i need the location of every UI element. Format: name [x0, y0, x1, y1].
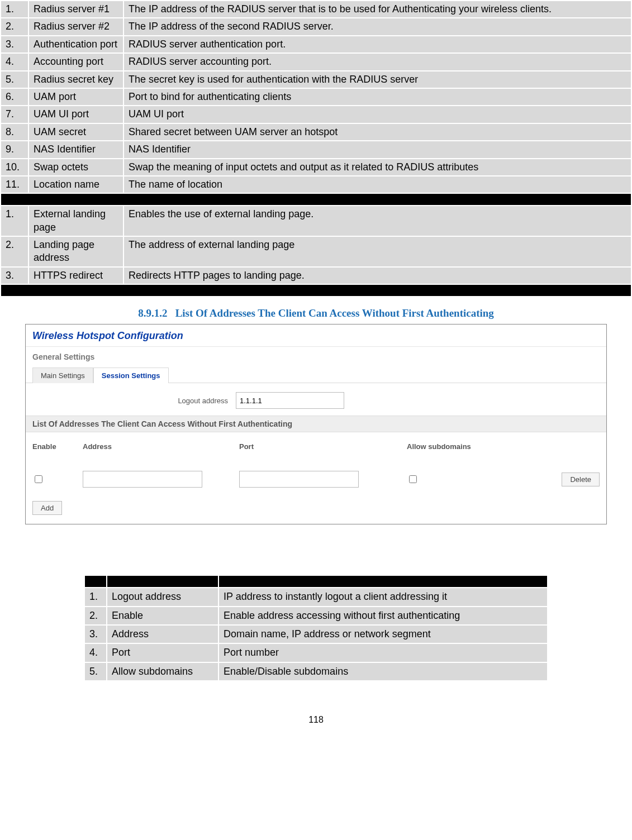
- row-name: UAM port: [28, 88, 123, 106]
- row-name: Allow subdomains: [107, 662, 218, 681]
- row-name: Logout address: [107, 588, 218, 606]
- row-number: 4.: [1, 53, 28, 70]
- row-desc: Port number: [218, 643, 548, 662]
- row-desc: Port to bind for authenticating clients: [123, 88, 631, 106]
- table-row: 2.EnableEnable address accessing without…: [84, 607, 548, 625]
- tab-session-settings[interactable]: Session Settings: [93, 367, 169, 383]
- row-name: Authentication port: [28, 36, 123, 53]
- table-row: 3.Authentication portRADIUS server authe…: [1, 36, 631, 53]
- add-button[interactable]: Add: [32, 501, 62, 515]
- row-name: Accounting port: [28, 53, 123, 70]
- delete-button[interactable]: Delete: [562, 472, 600, 486]
- allow-subdomains-checkbox[interactable]: [409, 475, 417, 483]
- col-header-enable: Enable: [32, 442, 83, 451]
- row-number: 3.: [84, 625, 107, 643]
- tab-main-settings[interactable]: Main Settings: [32, 367, 93, 383]
- table-row: 1.Radius server #1The IP address of the …: [1, 1, 631, 18]
- row-desc: The secret key is used for authenticatio…: [123, 71, 631, 88]
- row-desc: Enable/Disable subdomains: [218, 662, 548, 681]
- logout-address-input[interactable]: [236, 392, 344, 409]
- row-desc: The name of location: [123, 176, 631, 193]
- table1-divider-2: [1, 284, 631, 297]
- row-desc: Domain name, IP address or network segme…: [218, 625, 548, 643]
- panel-title: Wireless Hotspot Configuration: [26, 324, 606, 347]
- section-heading-text: List Of Addresses The Client Can Access …: [175, 307, 494, 319]
- row-number: 3.: [1, 36, 28, 53]
- row-name: Address: [107, 625, 218, 643]
- row-desc: Enables the use of external landing page…: [123, 206, 631, 236]
- row-number: 2.: [1, 18, 28, 35]
- row-number: 5.: [1, 71, 28, 88]
- address-input[interactable]: [83, 471, 202, 488]
- row-desc: The IP address of the second RADIUS serv…: [123, 18, 631, 35]
- table1-divider-1: [1, 193, 631, 206]
- table-row: 7.UAM UI portUAM UI port: [1, 106, 631, 123]
- row-name: Radius server #2: [28, 18, 123, 35]
- page-number: 118: [0, 715, 632, 725]
- table-row: 3.AddressDomain name, IP address or netw…: [84, 625, 548, 643]
- tab-bar: Main Settings Session Settings: [26, 367, 606, 383]
- allowlist-header-row: Enable Address Port Allow subdomains: [26, 432, 606, 461]
- table-row: 6.UAM portPort to bind for authenticatin…: [1, 88, 631, 106]
- col-header-port: Port: [239, 442, 407, 451]
- row-number: 1.: [1, 1, 28, 18]
- row-number: 2.: [1, 236, 28, 267]
- row-name: NAS Identifier: [28, 141, 123, 158]
- table-row: 1.External landing pageEnables the use o…: [1, 206, 631, 236]
- row-name: UAM secret: [28, 123, 123, 141]
- params-table-2: 1.Logout addressIP address to instantly …: [84, 575, 548, 681]
- allowlist-section-header: List Of Addresses The Client Can Access …: [26, 416, 606, 432]
- table-row: 11.Location nameThe name of location: [1, 176, 631, 193]
- row-number: 3.: [1, 267, 28, 284]
- logout-address-label: Logout address: [32, 397, 236, 405]
- row-number: 2.: [84, 607, 107, 625]
- params-table-1: 1.Radius server #1The IP address of the …: [0, 0, 632, 297]
- col-header-address: Address: [83, 442, 239, 451]
- row-number: 1.: [1, 206, 28, 236]
- row-name: Port: [107, 643, 218, 662]
- row-desc: IP address to instantly logout a client …: [218, 588, 548, 606]
- enable-checkbox[interactable]: [35, 475, 42, 483]
- row-name: Swap octets: [28, 159, 123, 176]
- row-number: 4.: [84, 643, 107, 662]
- row-desc: RADIUS server authentication port.: [123, 36, 631, 53]
- table-row: 9.NAS IdentifierNAS Identifier: [1, 141, 631, 158]
- config-screenshot: Wireless Hotspot Configuration General S…: [25, 324, 607, 524]
- row-number: 5.: [84, 662, 107, 681]
- row-name: Radius secret key: [28, 71, 123, 88]
- section-heading-number: 8.9.1.2: [138, 307, 167, 319]
- col-header-allow-subdomains: Allow subdomains: [407, 442, 530, 451]
- table-row: 2.Landing page addressThe address of ext…: [1, 236, 631, 267]
- table-row: 8.UAM secretShared secret between UAM se…: [1, 123, 631, 141]
- table-row: 5.Allow subdomainsEnable/Disable subdoma…: [84, 662, 548, 681]
- table-row: 5.Radius secret keyThe secret key is use…: [1, 71, 631, 88]
- table-row: 4.PortPort number: [84, 643, 548, 662]
- table-row: 4.Accounting portRADIUS server accountin…: [1, 53, 631, 70]
- table-row: 2.Radius server #2The IP address of the …: [1, 18, 631, 35]
- row-desc: NAS Identifier: [123, 141, 631, 158]
- port-input[interactable]: [239, 471, 359, 488]
- row-desc: The address of external landing page: [123, 236, 631, 267]
- table-row: 1.Logout addressIP address to instantly …: [84, 588, 548, 606]
- row-desc: Redirects HTTP pages to landing page.: [123, 267, 631, 284]
- row-name: External landing page: [28, 206, 123, 236]
- section-heading: 8.9.1.2 List Of Addresses The Client Can…: [0, 307, 632, 319]
- table-row: 3.HTTPS redirectRedirects HTTP pages to …: [1, 267, 631, 284]
- row-desc: RADIUS server accounting port.: [123, 53, 631, 70]
- row-desc: Enable address accessing without first a…: [218, 607, 548, 625]
- row-name: HTTPS redirect: [28, 267, 123, 284]
- row-name: Landing page address: [28, 236, 123, 267]
- row-number: 7.: [1, 106, 28, 123]
- table-row: 10.Swap octetsSwap the meaning of input …: [1, 159, 631, 176]
- row-number: 10.: [1, 159, 28, 176]
- row-name: UAM UI port: [28, 106, 123, 123]
- panel-subtitle: General Settings: [26, 347, 606, 361]
- row-number: 6.: [1, 88, 28, 106]
- row-desc: UAM UI port: [123, 106, 631, 123]
- row-number: 8.: [1, 123, 28, 141]
- row-number: 1.: [84, 588, 107, 606]
- row-name: Radius server #1: [28, 1, 123, 18]
- row-name: Location name: [28, 176, 123, 193]
- row-desc: The IP address of the RADIUS server that…: [123, 1, 631, 18]
- row-desc: Swap the meaning of input octets and out…: [123, 159, 631, 176]
